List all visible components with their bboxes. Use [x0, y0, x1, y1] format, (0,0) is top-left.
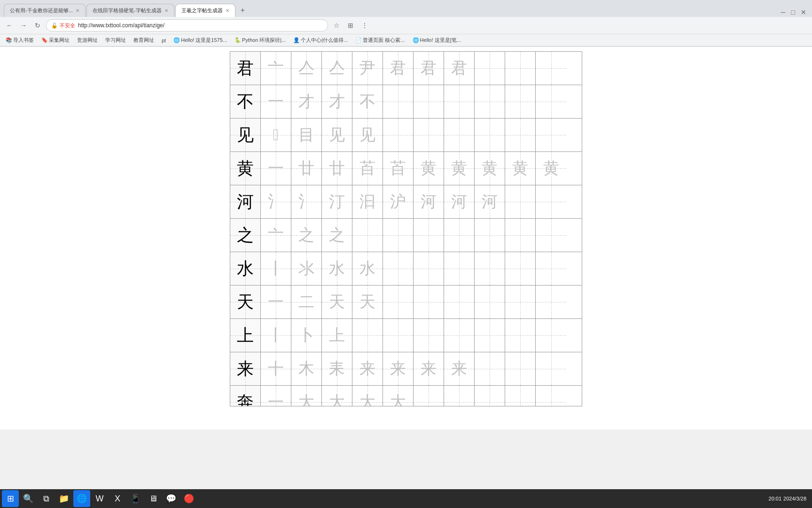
- practice-jian-6[interactable]: [536, 119, 566, 151]
- tab-2[interactable]: 在线田字格描硬笔-字帖生成器 ✕: [86, 4, 174, 17]
- practice-ben-3[interactable]: [475, 386, 505, 406]
- bookmark-edu[interactable]: 教育网址: [132, 36, 156, 44]
- practice-jun-2[interactable]: [505, 52, 536, 85]
- practice-zhi-4[interactable]: [444, 219, 475, 252]
- bookmark-study[interactable]: 学习网址: [103, 36, 128, 44]
- practice-lai-2[interactable]: [505, 352, 536, 385]
- char-huang: 黄: [237, 160, 254, 177]
- new-tab-button[interactable]: +: [236, 4, 250, 17]
- close-button[interactable]: ✕: [799, 8, 808, 16]
- word-btn[interactable]: W: [91, 490, 108, 507]
- practice-ben-2[interactable]: [444, 386, 475, 406]
- practice-zhi-2[interactable]: [383, 219, 414, 252]
- practice-lai-3[interactable]: [536, 352, 566, 385]
- practice-jian-5[interactable]: [505, 119, 536, 151]
- practice-tian-2[interactable]: [414, 286, 444, 318]
- app2-btn[interactable]: 🖥: [145, 490, 162, 507]
- start-button[interactable]: ⊞: [2, 490, 19, 507]
- practice-jun-3[interactable]: [536, 52, 566, 85]
- stroke-zhi-2: 之: [291, 219, 322, 252]
- practice-shang-7[interactable]: [536, 319, 566, 352]
- stroke-lai-3: 耒: [322, 352, 352, 385]
- tab-1-close[interactable]: ✕: [76, 8, 79, 13]
- practice-shui-2[interactable]: [414, 252, 444, 285]
- app3-btn[interactable]: 🔴: [180, 490, 197, 507]
- practice-tian-1[interactable]: [383, 286, 414, 318]
- practice-tian-6[interactable]: [536, 286, 566, 318]
- practice-lai-1[interactable]: [475, 352, 505, 385]
- practice-shang-4[interactable]: [444, 319, 475, 352]
- stroke-jun-2: 亼: [291, 52, 322, 85]
- practice-shui-1[interactable]: [383, 252, 414, 285]
- practice-bu-5[interactable]: [505, 85, 536, 118]
- practice-bu-1[interactable]: [383, 85, 414, 118]
- practice-shang-2[interactable]: [383, 319, 414, 352]
- practice-tian-5[interactable]: [505, 286, 536, 318]
- bookmark-personal[interactable]: 👤 个人中心|什么值得...: [291, 36, 350, 44]
- task-view-button[interactable]: ⧉: [38, 490, 55, 507]
- practice-shang-1[interactable]: [352, 319, 383, 352]
- practice-shang-5[interactable]: [475, 319, 505, 352]
- maximize-button[interactable]: □: [789, 8, 797, 16]
- practice-bu-2[interactable]: [414, 85, 444, 118]
- menu-button[interactable]: ⋮: [359, 20, 370, 31]
- practice-zhi-6[interactable]: [505, 219, 536, 252]
- practice-ben-4[interactable]: [505, 386, 536, 406]
- practice-ben-5[interactable]: [536, 386, 566, 406]
- bookmark-game[interactable]: 竞游网址: [75, 36, 100, 44]
- practice-zhi-5[interactable]: [475, 219, 505, 252]
- tab-3[interactable]: 王羲之字帖生成器 ✕: [175, 4, 235, 17]
- bookmark-import[interactable]: 📚 导入书签: [4, 36, 36, 44]
- practice-bu-4[interactable]: [475, 85, 505, 118]
- tab-1[interactable]: 公有用-千金教你还是能够... ✕: [4, 4, 86, 17]
- minimize-button[interactable]: ─: [779, 8, 788, 16]
- practice-shui-4[interactable]: [475, 252, 505, 285]
- bookmark-page-icon: 📄: [355, 37, 362, 43]
- practice-zhi-3[interactable]: [414, 219, 444, 252]
- bookmark-hello2[interactable]: 🌐 Hello! 这里是[笔...: [411, 36, 463, 44]
- bookmark-star[interactable]: ☆: [331, 20, 342, 31]
- practice-shang-3[interactable]: [414, 319, 444, 352]
- browser-taskbar-btn[interactable]: 🌐: [73, 490, 90, 507]
- stroke-he-5: 沪: [383, 185, 414, 218]
- practice-jun-1[interactable]: [475, 52, 505, 85]
- practice-shui-3[interactable]: [444, 252, 475, 285]
- bookmark-python[interactable]: 🐍 Python 环境探径|...: [233, 36, 288, 44]
- tab-2-close[interactable]: ✕: [164, 8, 168, 13]
- bookmark-page[interactable]: 📄 普通页面 核心索...: [353, 36, 406, 44]
- tab-3-close[interactable]: ✕: [226, 8, 229, 13]
- practice-bu-3[interactable]: [444, 85, 475, 118]
- back-button[interactable]: ←: [4, 20, 15, 31]
- practice-shui-6[interactable]: [536, 252, 566, 285]
- search-button[interactable]: 🔍: [20, 490, 37, 507]
- practice-he-1[interactable]: [505, 185, 536, 218]
- practice-shui-5[interactable]: [505, 252, 536, 285]
- excel-btn[interactable]: X: [109, 490, 126, 507]
- app1-btn[interactable]: 📱: [127, 490, 144, 507]
- practice-he-2[interactable]: [536, 185, 566, 218]
- stroke-huang-5: 苩: [383, 152, 414, 185]
- address-bar[interactable]: 🔓 不安全 http://www.txttool.com/api/tianzig…: [46, 19, 328, 32]
- practice-zhi-1[interactable]: [352, 219, 383, 252]
- char-example-shui: 水: [230, 252, 261, 285]
- bookmark-hello1[interactable]: 🌐 Hello! 这里是1575...: [172, 36, 229, 44]
- practice-tian-4[interactable]: [475, 286, 505, 318]
- wechat-btn[interactable]: 💬: [163, 490, 180, 507]
- practice-ben-1[interactable]: [414, 386, 444, 406]
- forward-button[interactable]: →: [18, 20, 29, 31]
- practice-jian-1[interactable]: [383, 119, 414, 151]
- reload-button[interactable]: ↻: [32, 20, 43, 31]
- bookmark-pt[interactable]: pt: [160, 37, 168, 44]
- practice-zhi-7[interactable]: [536, 219, 566, 252]
- bookmark-collect[interactable]: 🔖 采集网址: [39, 36, 71, 44]
- practice-tian-3[interactable]: [444, 286, 475, 318]
- practice-jian-4[interactable]: [475, 119, 505, 151]
- practice-bu-6[interactable]: [536, 85, 566, 118]
- extension-button[interactable]: ⊞: [345, 20, 356, 31]
- practice-shang-6[interactable]: [505, 319, 536, 352]
- practice-jian-3[interactable]: [444, 119, 475, 151]
- file-explorer-btn[interactable]: 📁: [55, 490, 72, 507]
- practice-jian-2[interactable]: [414, 119, 444, 151]
- char-zhi: 之: [237, 227, 254, 244]
- char-row-he: 河 氵 氵 汀 汩 沪 河 河 河: [230, 185, 582, 219]
